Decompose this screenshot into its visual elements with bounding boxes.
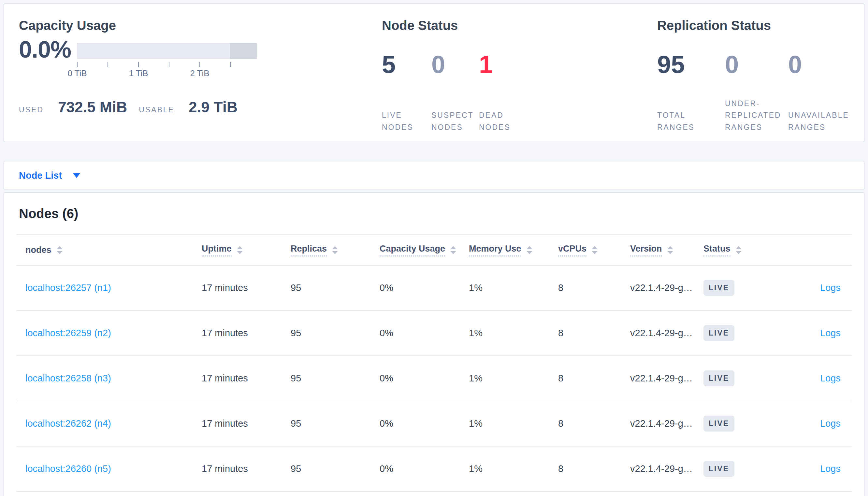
column-header-version[interactable]: Version <box>630 244 703 257</box>
nodes-table-header: nodes Uptime Replicas Capacity Usage Mem… <box>16 234 852 266</box>
capacity-usage-section: Capacity Usage 0.0% <box>19 18 382 142</box>
sort-icon[interactable] <box>592 246 598 254</box>
node-link[interactable]: localhost:26258 (n3) <box>26 373 111 383</box>
logs-link[interactable]: Logs <box>820 373 841 383</box>
unavailable-ranges-label: UNAVAILABLE RANGES <box>788 109 868 135</box>
unavailable-ranges-stat: 0 UNAVAILABLE RANGES <box>788 49 868 135</box>
uptime-cell: 17 minutes <box>202 328 290 339</box>
under-replicated-value: 0 <box>725 52 788 77</box>
replication-status-section: Replication Status 95 TOTAL RANGES 0 UND… <box>657 18 868 142</box>
sort-icon[interactable] <box>526 246 533 254</box>
tick-label-0: 0 TiB <box>68 68 87 78</box>
unavailable-ranges-value: 0 <box>788 52 868 77</box>
memory-use-cell: 1% <box>469 463 558 474</box>
table-row: localhost:26258 (n3) 17 minutes 95 0% 1%… <box>16 356 852 401</box>
status-badge: LIVE <box>703 370 734 386</box>
version-cell: v22.1.4-29-g… <box>630 418 703 429</box>
capacity-bar-ticks <box>77 62 257 67</box>
capacity-usage-cell: 0% <box>379 328 469 339</box>
status-badge: LIVE <box>703 461 734 477</box>
usable-value: 2.9 TiB <box>189 98 238 116</box>
live-nodes-stat: 5 LIVE NODES <box>382 49 431 135</box>
nodes-table: nodes Uptime Replicas Capacity Usage Mem… <box>16 234 852 492</box>
suspect-nodes-stat: 0 SUSPECT NODES <box>431 49 479 135</box>
logs-link[interactable]: Logs <box>820 282 841 293</box>
column-header-vcpus[interactable]: vCPUs <box>558 244 630 257</box>
table-row: localhost:26262 (n4) 17 minutes 95 0% 1%… <box>16 401 852 447</box>
vcpus-cell: 8 <box>558 282 630 293</box>
node-status-title: Node Status <box>382 18 657 33</box>
nodes-section-title: Nodes (6) <box>4 193 864 221</box>
uptime-cell: 17 minutes <box>202 282 290 293</box>
tick-label-2: 2 TiB <box>190 68 209 78</box>
view-selector-label[interactable]: Node List <box>19 170 62 181</box>
sort-icon[interactable] <box>57 246 62 254</box>
node-link[interactable]: localhost:26259 (n2) <box>26 328 111 338</box>
status-badge: LIVE <box>703 280 734 296</box>
suspect-nodes-value: 0 <box>431 52 479 77</box>
capacity-bar-segment <box>230 43 257 59</box>
sort-icon[interactable] <box>667 246 673 254</box>
logs-link[interactable]: Logs <box>820 418 841 429</box>
table-row: localhost:26257 (n1) 17 minutes 95 0% 1%… <box>16 266 852 311</box>
sort-icon[interactable] <box>736 246 742 254</box>
live-nodes-value: 5 <box>382 52 431 77</box>
capacity-usage-cell: 0% <box>379 282 469 293</box>
logs-link[interactable]: Logs <box>820 328 841 338</box>
capacity-bar <box>77 43 257 59</box>
tick-label-1: 1 TiB <box>129 68 148 78</box>
capacity-usage-title: Capacity Usage <box>19 18 382 33</box>
replicas-cell: 95 <box>290 282 379 293</box>
usable-label: USABLE <box>139 106 174 114</box>
node-link[interactable]: localhost:26257 (n1) <box>26 282 111 293</box>
dead-nodes-stat: 1 DEAD NODES <box>479 49 521 135</box>
dead-nodes-value: 1 <box>479 52 521 77</box>
version-cell: v22.1.4-29-g… <box>630 328 703 339</box>
version-cell: v22.1.4-29-g… <box>630 282 703 293</box>
uptime-cell: 17 minutes <box>202 373 290 384</box>
under-replicated-stat: 0 UNDER-REPLICATED RANGES <box>725 49 788 135</box>
column-header-memory-use[interactable]: Memory Use <box>469 244 558 257</box>
dead-nodes-label: DEAD NODES <box>479 109 521 135</box>
capacity-usage-cell: 0% <box>379 463 469 474</box>
capacity-usage-cell: 0% <box>379 373 469 384</box>
version-cell: v22.1.4-29-g… <box>630 373 703 384</box>
memory-use-cell: 1% <box>469 373 558 384</box>
sort-icon[interactable] <box>237 246 243 254</box>
uptime-cell: 17 minutes <box>202 463 290 474</box>
chevron-down-icon[interactable] <box>73 173 80 178</box>
status-badge: LIVE <box>703 416 734 432</box>
replicas-cell: 95 <box>290 328 379 339</box>
replicas-cell: 95 <box>290 463 379 474</box>
status-badge: LIVE <box>703 325 734 341</box>
vcpus-cell: 8 <box>558 373 630 384</box>
node-status-section: Node Status 5 LIVE NODES 0 SUSPECT NODES… <box>382 18 657 142</box>
sort-icon[interactable] <box>450 246 456 254</box>
view-selector-dropdown[interactable]: Node List <box>3 161 865 190</box>
column-header-nodes[interactable]: nodes <box>16 245 202 255</box>
node-link[interactable]: localhost:26260 (n5) <box>26 463 111 474</box>
column-header-replicas[interactable]: Replicas <box>290 244 379 257</box>
column-header-capacity-usage[interactable]: Capacity Usage <box>379 244 469 257</box>
total-ranges-value: 95 <box>657 52 725 77</box>
vcpus-cell: 8 <box>558 463 630 474</box>
memory-use-cell: 1% <box>469 328 558 339</box>
replicas-cell: 95 <box>290 373 379 384</box>
live-nodes-label: LIVE NODES <box>382 109 424 135</box>
used-value: 732.5 MiB <box>58 98 127 116</box>
column-header-status[interactable]: Status <box>703 244 769 257</box>
version-cell: v22.1.4-29-g… <box>630 463 703 474</box>
sort-icon[interactable] <box>332 246 338 254</box>
logs-link[interactable]: Logs <box>820 463 841 474</box>
uptime-cell: 17 minutes <box>202 418 290 429</box>
used-label: USED <box>19 106 44 114</box>
vcpus-cell: 8 <box>558 418 630 429</box>
table-row: localhost:26259 (n2) 17 minutes 95 0% 1%… <box>16 311 852 356</box>
replicas-cell: 95 <box>290 418 379 429</box>
column-header-uptime[interactable]: Uptime <box>202 244 290 257</box>
nodes-table-card: Nodes (6) nodes Uptime Replicas Capacity… <box>3 192 865 496</box>
under-replicated-label: UNDER-REPLICATED RANGES <box>725 98 793 135</box>
memory-use-cell: 1% <box>469 418 558 429</box>
node-link[interactable]: localhost:26262 (n4) <box>26 418 111 429</box>
replication-status-title: Replication Status <box>657 18 868 33</box>
